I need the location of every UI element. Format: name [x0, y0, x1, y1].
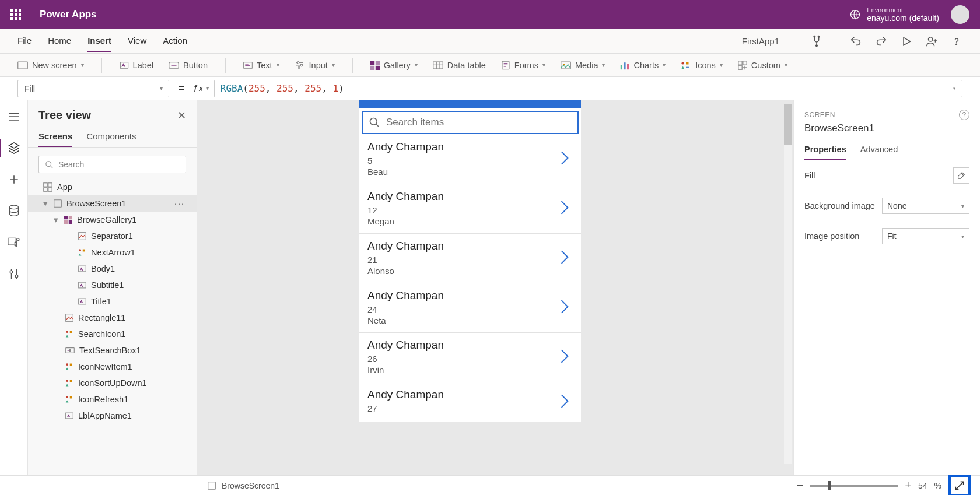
- app-launcher-icon[interactable]: [10, 9, 21, 20]
- formula-expand-icon[interactable]: ▾: [953, 85, 956, 92]
- rail-insert-icon[interactable]: [7, 173, 21, 187]
- environment-picker[interactable]: Environment enayu.com (default): [867, 6, 939, 23]
- svg-rect-31: [621, 65, 622, 69]
- tree-search-input[interactable]: Search: [38, 156, 186, 173]
- fill-color-picker[interactable]: [953, 167, 970, 184]
- media-dropdown[interactable]: Media ▾: [561, 61, 606, 70]
- tree-node-iconrefresh1[interactable]: IconRefresh1: [28, 391, 197, 408]
- svg-rect-32: [624, 62, 626, 69]
- rail-tree-view-icon[interactable]: [7, 141, 21, 155]
- gallery-item[interactable]: Andy Champan12Megan: [359, 184, 581, 233]
- gallery-item[interactable]: Andy Champan21Alonso: [359, 233, 581, 283]
- gallery-item[interactable]: Andy Champan24Neta: [359, 283, 581, 332]
- tab-screens[interactable]: Screens: [38, 127, 72, 147]
- bg-image-select[interactable]: None ▾: [882, 198, 970, 214]
- search-input[interactable]: [386, 117, 572, 128]
- tree-node-iconsortupdown1[interactable]: IconSortUpDown1: [28, 375, 197, 391]
- chevron-down-icon[interactable]: ▾: [54, 215, 60, 224]
- app-file-name[interactable]: FirstApp1: [742, 36, 779, 46]
- help-icon[interactable]: [951, 36, 963, 47]
- redo-icon[interactable]: [875, 35, 888, 48]
- app-checker-icon[interactable]: [810, 35, 823, 48]
- button-button[interactable]: Button: [169, 61, 208, 70]
- tree-node-app[interactable]: App: [28, 179, 197, 195]
- tree-node-iconnewitem1[interactable]: IconNewItem1: [28, 359, 197, 375]
- fx-icon[interactable]: fx ▾: [194, 83, 208, 94]
- svg-rect-46: [44, 183, 47, 187]
- svg-rect-16: [18, 62, 28, 69]
- tree-node-title1[interactable]: Title1: [28, 293, 197, 310]
- gallery-dropdown[interactable]: Gallery ▾: [370, 61, 418, 70]
- tab-advanced[interactable]: Advanced: [860, 140, 898, 160]
- tab-properties[interactable]: Properties: [804, 140, 846, 160]
- gallery-item-subtitle: 24: [368, 304, 573, 314]
- info-icon[interactable]: ?: [959, 110, 970, 120]
- data-table-button[interactable]: Data table: [433, 61, 486, 70]
- gallery-item-subtitle: 21: [368, 255, 573, 265]
- input-dropdown[interactable]: Input ▾: [295, 61, 335, 70]
- svg-rect-8: [19, 17, 21, 20]
- svg-point-20: [297, 61, 299, 64]
- vertical-scrollbar[interactable]: [784, 104, 792, 464]
- canvas-area[interactable]: Andy Champan5BeauAndy Champan12MeganAndy…: [197, 100, 793, 475]
- next-arrow-icon[interactable]: [560, 200, 569, 217]
- text-dropdown[interactable]: Text ▾: [243, 61, 279, 70]
- close-icon[interactable]: ✕: [177, 109, 186, 122]
- tree-node-searchicon1[interactable]: SearchIcon1: [28, 326, 197, 342]
- tree-node-body1[interactable]: Body1: [28, 261, 197, 277]
- zoom-out-button[interactable]: −: [797, 479, 804, 492]
- tree-node-rectangle11[interactable]: Rectangle11: [28, 310, 197, 326]
- tree-node-textsearchbox1[interactable]: TextSearchBox1: [28, 342, 197, 359]
- menu-home[interactable]: Home: [48, 30, 71, 52]
- zoom-slider[interactable]: [810, 485, 898, 487]
- next-arrow-icon[interactable]: [560, 349, 569, 366]
- new-screen-button[interactable]: New screen ▾: [18, 61, 84, 70]
- app-header: Power Apps Environment enayu.com (defaul…: [0, 0, 980, 29]
- user-avatar[interactable]: [951, 5, 970, 24]
- zoom-in-button[interactable]: +: [905, 479, 911, 492]
- fullscreen-button[interactable]: [949, 475, 971, 496]
- tree-node-subtitle1[interactable]: Subtitle1: [28, 277, 197, 293]
- rail-media-icon[interactable]: [7, 236, 21, 250]
- gallery-item-body: Megan: [368, 216, 573, 226]
- next-arrow-icon[interactable]: [560, 250, 569, 267]
- next-arrow-icon[interactable]: [560, 150, 569, 168]
- menu-view[interactable]: View: [128, 30, 146, 52]
- charts-dropdown[interactable]: Charts ▾: [620, 61, 666, 70]
- next-arrow-icon[interactable]: [560, 299, 569, 317]
- next-arrow-icon[interactable]: [560, 394, 569, 411]
- tree-node-browsescreen1[interactable]: ▾ BrowseScreen1 ···: [28, 195, 197, 212]
- undo-icon[interactable]: [849, 35, 862, 48]
- equals-sign: =: [175, 82, 188, 94]
- gallery-item[interactable]: Andy Champan27: [359, 382, 581, 422]
- menu-action[interactable]: Action: [163, 30, 187, 52]
- chevron-down-icon: ▾: [663, 62, 666, 68]
- separator: [836, 34, 836, 49]
- property-selector[interactable]: Fill ▾: [18, 80, 169, 97]
- rail-advanced-tools-icon[interactable]: [7, 267, 21, 281]
- chevron-down-icon[interactable]: ▾: [43, 199, 49, 208]
- more-options-icon[interactable]: ···: [174, 199, 191, 208]
- rail-hamburger-icon[interactable]: [7, 110, 21, 124]
- label-button[interactable]: Label: [120, 61, 153, 70]
- menu-file[interactable]: File: [18, 30, 32, 52]
- svg-point-21: [300, 64, 303, 66]
- search-box[interactable]: [362, 111, 579, 134]
- tree-node-separator1[interactable]: Separator1: [28, 228, 197, 244]
- app-preview[interactable]: Andy Champan5BeauAndy Champan12MeganAndy…: [359, 100, 581, 422]
- rail-data-icon[interactable]: [7, 204, 21, 218]
- play-icon[interactable]: [901, 36, 912, 47]
- image-position-select[interactable]: Fit ▾: [882, 228, 970, 244]
- icons-dropdown[interactable]: Icons ▾: [681, 61, 723, 70]
- custom-dropdown[interactable]: Custom ▾: [738, 61, 788, 70]
- forms-dropdown[interactable]: Forms ▾: [501, 61, 545, 70]
- gallery-item[interactable]: Andy Champan5Beau: [359, 135, 581, 184]
- formula-input[interactable]: RGBA(255, 255, 255, 1) ▾: [214, 80, 963, 97]
- menu-insert[interactable]: Insert: [88, 30, 111, 52]
- tree-node-browsegallery1[interactable]: ▾ BrowseGallery1: [28, 212, 197, 228]
- tree-node-nextarrow1[interactable]: NextArrow1: [28, 244, 197, 261]
- gallery-item[interactable]: Andy Champan26Irvin: [359, 332, 581, 382]
- share-icon[interactable]: [925, 35, 938, 48]
- tree-node-lblappname1[interactable]: LblAppName1: [28, 408, 197, 424]
- tab-components[interactable]: Components: [86, 127, 136, 147]
